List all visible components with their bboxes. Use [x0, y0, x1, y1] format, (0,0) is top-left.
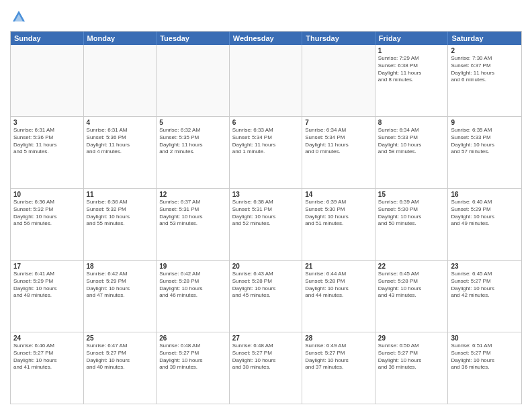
day-number: 13: [232, 191, 300, 198]
day-number: 4: [87, 119, 154, 126]
calendar-row-3: 17Sunrise: 6:41 AM Sunset: 5:29 PM Dayli…: [11, 261, 521, 332]
day-number: 21: [305, 263, 372, 270]
cell-sun-info: Sunrise: 7:29 AM Sunset: 6:38 PM Dayligh…: [378, 55, 445, 84]
calendar-cell-day-1: 1Sunrise: 7:29 AM Sunset: 6:38 PM Daylig…: [375, 45, 449, 116]
day-number: 15: [378, 191, 445, 198]
weekday-header-tuesday: Tuesday: [157, 32, 230, 45]
cell-sun-info: Sunrise: 6:32 AM Sunset: 5:35 PM Dayligh…: [159, 127, 226, 156]
day-number: 7: [305, 119, 372, 126]
header: [10, 7, 522, 27]
day-number: 11: [87, 191, 154, 198]
calendar: SundayMondayTuesdayWednesdayThursdayFrid…: [10, 31, 522, 404]
cell-sun-info: Sunrise: 6:48 AM Sunset: 5:27 PM Dayligh…: [159, 342, 226, 371]
calendar-cell-day-23: 23Sunrise: 6:45 AM Sunset: 5:27 PM Dayli…: [448, 261, 521, 332]
calendar-cell-empty: [230, 45, 303, 116]
calendar-cell-day-26: 26Sunrise: 6:48 AM Sunset: 5:27 PM Dayli…: [157, 332, 230, 404]
calendar-cell-day-5: 5Sunrise: 6:32 AM Sunset: 5:35 PM Daylig…: [157, 117, 230, 188]
calendar-cell-day-2: 2Sunrise: 7:30 AM Sunset: 6:37 PM Daylig…: [448, 45, 521, 116]
calendar-row-4: 24Sunrise: 6:46 AM Sunset: 5:27 PM Dayli…: [11, 332, 521, 404]
calendar-cell-day-24: 24Sunrise: 6:46 AM Sunset: 5:27 PM Dayli…: [11, 332, 84, 404]
day-number: 9: [451, 119, 519, 126]
day-number: 17: [13, 263, 81, 270]
cell-sun-info: Sunrise: 6:39 AM Sunset: 5:30 PM Dayligh…: [305, 199, 372, 228]
calendar-cell-day-15: 15Sunrise: 6:39 AM Sunset: 5:30 PM Dayli…: [375, 189, 449, 260]
cell-sun-info: Sunrise: 6:48 AM Sunset: 5:27 PM Dayligh…: [232, 342, 300, 371]
cell-sun-info: Sunrise: 6:45 AM Sunset: 5:27 PM Dayligh…: [451, 271, 519, 300]
cell-sun-info: Sunrise: 6:40 AM Sunset: 5:29 PM Dayligh…: [451, 199, 519, 228]
day-number: 8: [378, 119, 445, 126]
calendar-cell-empty: [157, 45, 230, 116]
cell-sun-info: Sunrise: 6:37 AM Sunset: 5:31 PM Dayligh…: [159, 199, 226, 228]
calendar-cell-day-28: 28Sunrise: 6:49 AM Sunset: 5:27 PM Dayli…: [302, 332, 375, 404]
cell-sun-info: Sunrise: 6:33 AM Sunset: 5:34 PM Dayligh…: [232, 127, 300, 156]
cell-sun-info: Sunrise: 6:42 AM Sunset: 5:29 PM Dayligh…: [87, 271, 154, 300]
day-number: 6: [232, 119, 300, 126]
calendar-cell-day-16: 16Sunrise: 6:40 AM Sunset: 5:29 PM Dayli…: [448, 189, 521, 260]
calendar-cell-day-3: 3Sunrise: 6:31 AM Sunset: 5:36 PM Daylig…: [11, 117, 84, 188]
calendar-cell-day-21: 21Sunrise: 6:44 AM Sunset: 5:28 PM Dayli…: [302, 261, 375, 332]
calendar-cell-day-8: 8Sunrise: 6:34 AM Sunset: 5:33 PM Daylig…: [375, 117, 449, 188]
cell-sun-info: Sunrise: 6:31 AM Sunset: 5:36 PM Dayligh…: [13, 127, 81, 156]
day-number: 18: [87, 263, 154, 270]
calendar-cell-empty: [11, 45, 84, 116]
calendar-cell-day-6: 6Sunrise: 6:33 AM Sunset: 5:34 PM Daylig…: [230, 117, 303, 188]
calendar-page: SundayMondayTuesdayWednesdayThursdayFrid…: [0, 0, 532, 411]
calendar-cell-day-7: 7Sunrise: 6:34 AM Sunset: 5:34 PM Daylig…: [302, 117, 375, 188]
weekday-header-monday: Monday: [84, 32, 157, 45]
cell-sun-info: Sunrise: 6:44 AM Sunset: 5:28 PM Dayligh…: [305, 271, 372, 300]
day-number: 22: [378, 263, 445, 270]
logo-icon: [11, 9, 26, 24]
calendar-row-0: 1Sunrise: 7:29 AM Sunset: 6:38 PM Daylig…: [11, 45, 521, 117]
calendar-cell-day-22: 22Sunrise: 6:45 AM Sunset: 5:28 PM Dayli…: [375, 261, 449, 332]
calendar-cell-day-13: 13Sunrise: 6:38 AM Sunset: 5:31 PM Dayli…: [230, 189, 303, 260]
calendar-header: SundayMondayTuesdayWednesdayThursdayFrid…: [11, 32, 521, 45]
calendar-cell-day-29: 29Sunrise: 6:50 AM Sunset: 5:27 PM Dayli…: [375, 332, 449, 404]
day-number: 25: [87, 334, 154, 342]
day-number: 16: [451, 191, 519, 198]
cell-sun-info: Sunrise: 6:34 AM Sunset: 5:34 PM Dayligh…: [305, 127, 372, 156]
calendar-cell-day-11: 11Sunrise: 6:36 AM Sunset: 5:32 PM Dayli…: [84, 189, 157, 260]
day-number: 12: [159, 191, 226, 198]
day-number: 30: [451, 334, 519, 342]
calendar-cell-day-25: 25Sunrise: 6:47 AM Sunset: 5:27 PM Dayli…: [84, 332, 157, 404]
day-number: 1: [378, 47, 445, 54]
calendar-cell-empty: [84, 45, 157, 116]
weekday-header-thursday: Thursday: [302, 32, 375, 45]
cell-sun-info: Sunrise: 6:34 AM Sunset: 5:33 PM Dayligh…: [378, 127, 445, 156]
calendar-cell-day-18: 18Sunrise: 6:42 AM Sunset: 5:29 PM Dayli…: [84, 261, 157, 332]
day-number: 27: [232, 334, 300, 342]
calendar-cell-day-17: 17Sunrise: 6:41 AM Sunset: 5:29 PM Dayli…: [11, 261, 84, 332]
logo: [10, 9, 26, 27]
cell-sun-info: Sunrise: 6:49 AM Sunset: 5:27 PM Dayligh…: [305, 342, 372, 371]
day-number: 23: [451, 263, 519, 270]
calendar-cell-day-19: 19Sunrise: 6:42 AM Sunset: 5:28 PM Dayli…: [157, 261, 230, 332]
cell-sun-info: Sunrise: 6:45 AM Sunset: 5:28 PM Dayligh…: [378, 271, 445, 300]
calendar-cell-day-14: 14Sunrise: 6:39 AM Sunset: 5:30 PM Dayli…: [302, 189, 375, 260]
calendar-cell-day-27: 27Sunrise: 6:48 AM Sunset: 5:27 PM Dayli…: [230, 332, 303, 404]
day-number: 26: [159, 334, 226, 342]
weekday-header-wednesday: Wednesday: [230, 32, 303, 45]
day-number: 19: [159, 263, 226, 270]
cell-sun-info: Sunrise: 6:39 AM Sunset: 5:30 PM Dayligh…: [378, 199, 445, 228]
weekday-header-friday: Friday: [375, 32, 449, 45]
day-number: 2: [451, 47, 519, 54]
calendar-cell-empty: [302, 45, 375, 116]
cell-sun-info: Sunrise: 6:41 AM Sunset: 5:29 PM Dayligh…: [13, 271, 81, 300]
cell-sun-info: Sunrise: 6:46 AM Sunset: 5:27 PM Dayligh…: [13, 342, 81, 371]
cell-sun-info: Sunrise: 6:43 AM Sunset: 5:28 PM Dayligh…: [232, 271, 300, 300]
calendar-row-2: 10Sunrise: 6:36 AM Sunset: 5:32 PM Dayli…: [11, 189, 521, 261]
calendar-row-1: 3Sunrise: 6:31 AM Sunset: 5:36 PM Daylig…: [11, 117, 521, 189]
day-number: 5: [159, 119, 226, 126]
cell-sun-info: Sunrise: 6:47 AM Sunset: 5:27 PM Dayligh…: [87, 342, 154, 371]
calendar-body: 1Sunrise: 7:29 AM Sunset: 6:38 PM Daylig…: [11, 45, 521, 404]
cell-sun-info: Sunrise: 7:30 AM Sunset: 6:37 PM Dayligh…: [451, 55, 519, 84]
day-number: 3: [13, 119, 81, 126]
cell-sun-info: Sunrise: 6:50 AM Sunset: 5:27 PM Dayligh…: [378, 342, 445, 371]
day-number: 20: [232, 263, 300, 270]
cell-sun-info: Sunrise: 6:36 AM Sunset: 5:32 PM Dayligh…: [87, 199, 154, 228]
weekday-header-sunday: Sunday: [11, 32, 84, 45]
day-number: 28: [305, 334, 372, 342]
calendar-cell-day-30: 30Sunrise: 6:51 AM Sunset: 5:27 PM Dayli…: [448, 332, 521, 404]
calendar-cell-day-12: 12Sunrise: 6:37 AM Sunset: 5:31 PM Dayli…: [157, 189, 230, 260]
weekday-header-saturday: Saturday: [448, 32, 521, 45]
